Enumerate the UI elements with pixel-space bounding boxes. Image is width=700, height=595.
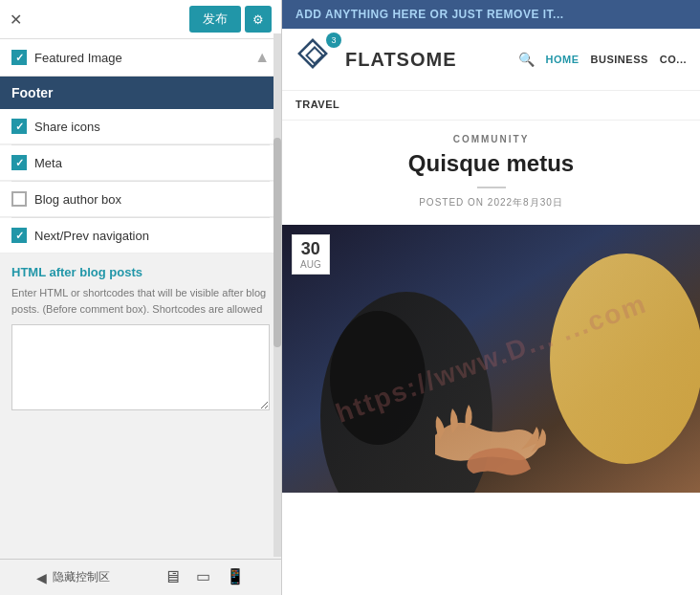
next-prev-label: Next/Prev navigation (34, 229, 149, 243)
nav-right: 🔍 HOME BUSINESS CO... (518, 52, 687, 67)
share-icons-checkbox[interactable] (11, 119, 27, 134)
logo-text: FLATSOME (345, 49, 457, 71)
top-banner: ADD ANYTHING HERE OR JUST REMOVE IT... (282, 0, 700, 29)
nav-link-travel[interactable]: TRAVEL (295, 99, 339, 110)
share-icons-item: Share icons (0, 109, 281, 144)
next-prev-item: Next/Prev navigation (0, 218, 281, 253)
featured-image-checkbox[interactable] (11, 50, 27, 65)
blog-author-box-checkbox[interactable] (11, 191, 27, 207)
right-panel: ADD ANYTHING HERE OR JUST REMOVE IT... 3… (282, 0, 700, 595)
html-section-title: HTML after blog posts (11, 265, 270, 279)
meta-label: Meta (34, 156, 62, 170)
panel-content: Featured Image ▲ Footer Share icons Meta… (0, 39, 281, 559)
top-bar-left: ✕ (10, 11, 22, 29)
title-divider (477, 187, 506, 188)
logo-area: 3 FLATSOME (295, 36, 457, 82)
desktop-icon[interactable]: 🖥 (164, 567, 181, 587)
svg-point-5 (550, 253, 700, 464)
article-title: Quisque metus (301, 150, 681, 177)
top-bar: ✕ 发布 ⚙ (0, 0, 281, 39)
html-section: HTML after blog posts Enter HTML or shor… (0, 253, 281, 426)
blog-author-box-item: Blog author box (0, 182, 281, 217)
nav-link-co[interactable]: CO... (660, 54, 687, 65)
article-area: COMMUNITY Quisque metus POSTED ON 2022年8… (282, 121, 700, 225)
second-nav-row: TRAVEL (282, 91, 700, 121)
left-panel: ✕ 发布 ⚙ Featured Image ▲ Footer Share ico… (0, 0, 282, 595)
share-icons-label: Share icons (34, 120, 100, 134)
featured-image-row: Featured Image ▲ (0, 39, 281, 77)
tablet-icon[interactable]: ▭ (196, 567, 210, 587)
settings-button[interactable]: ⚙ (245, 6, 272, 33)
logo-diamond-wrapper: 3 (295, 36, 338, 82)
article-image-svg (282, 225, 700, 493)
footer-section-header: Footer (0, 77, 281, 109)
collapse-icon[interactable]: ▲ (254, 49, 270, 66)
date-day: 30 (300, 239, 321, 259)
publish-button[interactable]: 发布 (189, 6, 241, 33)
article-image-container: 30 Aug (282, 225, 700, 493)
hide-label: 隐藏控制区 (53, 569, 110, 585)
nav-link-home[interactable]: HOME (546, 54, 580, 65)
article-image: https://www.D... ...com (282, 225, 700, 493)
bottom-icons: 🖥 ▭ 📱 (164, 567, 245, 587)
next-prev-checkbox[interactable] (11, 228, 27, 243)
meta-item: Meta (0, 145, 281, 181)
html-section-desc: Enter HTML or shortcodes that will be vi… (11, 285, 270, 317)
svg-point-4 (330, 311, 426, 445)
community-label: COMMUNITY (301, 134, 681, 144)
posted-on: POSTED ON 2022年8月30日 (301, 196, 681, 209)
svg-rect-0 (299, 40, 326, 67)
hide-control-area[interactable]: ◀ 隐藏控制区 (36, 569, 110, 585)
search-icon[interactable]: 🔍 (518, 52, 535, 67)
close-icon[interactable]: ✕ (10, 11, 22, 29)
date-badge: 30 Aug (292, 234, 330, 275)
nav-link-business[interactable]: BUSINESS (591, 54, 648, 65)
site-nav: 3 FLATSOME 🔍 HOME BUSINESS CO... (282, 29, 700, 91)
bottom-bar: ◀ 隐藏控制区 🖥 ▭ 📱 (0, 559, 281, 595)
mobile-icon[interactable]: 📱 (226, 567, 245, 587)
scroll-thumb (273, 138, 281, 347)
publish-area: 发布 ⚙ (189, 6, 272, 33)
blog-author-box-label: Blog author box (34, 192, 121, 207)
logo-badge: 3 (326, 33, 341, 48)
featured-image-label: Featured Image (34, 51, 122, 65)
html-textarea[interactable] (11, 324, 270, 410)
meta-checkbox[interactable] (11, 155, 27, 170)
scroll-indicator (273, 33, 281, 557)
back-icon: ◀ (36, 570, 47, 585)
date-month: Aug (300, 259, 321, 270)
